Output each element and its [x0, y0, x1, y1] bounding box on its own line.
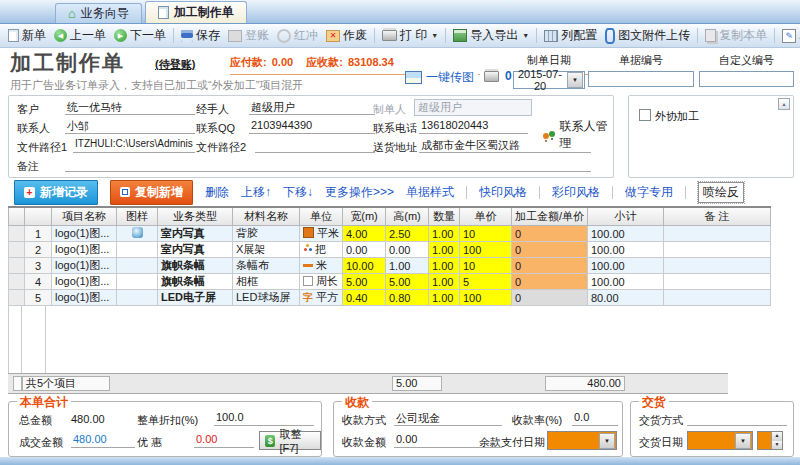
toolbar-void-button[interactable]: ✕作废 — [322, 25, 371, 46]
image-cell[interactable] — [117, 226, 158, 242]
business-type-cell[interactable]: 室内写真 — [158, 226, 233, 242]
col-header-item-name[interactable]: 项目名称 — [52, 207, 117, 226]
toolbar-paste-screenshot-button[interactable]: ✎粘贴截图 — [778, 25, 800, 46]
width-cell[interactable]: 5.00 — [343, 274, 386, 290]
width-cell[interactable]: 4.00 — [343, 226, 386, 242]
height-cell[interactable]: 5.00 — [386, 274, 429, 290]
tab-processing-order[interactable]: 加工制作单 — [145, 1, 247, 23]
grid-link-inkjet-reverse[interactable]: 喷绘反 — [698, 182, 744, 203]
col-header-subtotal[interactable]: 小计 — [588, 207, 664, 226]
make-date-combobox[interactable]: 2015-07-20 ▼ — [513, 71, 585, 89]
business-type-cell[interactable]: 旗帜条幅 — [158, 274, 233, 290]
col-header-remark[interactable]: 备 注 — [664, 207, 771, 226]
quantity-cell[interactable]: 1.00 — [429, 274, 460, 290]
row-selector-cell[interactable] — [9, 258, 25, 274]
price-cell[interactable]: 5 — [460, 274, 512, 290]
delivery-time-spinner[interactable]: ▲ ▼ — [757, 431, 783, 450]
toolbar-print-button[interactable]: 打 印▼ — [378, 25, 442, 46]
remark-cell[interactable] — [664, 258, 771, 274]
col-header-height-m[interactable]: 高(m) — [386, 207, 429, 226]
quantity-cell[interactable]: 1.00 — [429, 242, 460, 258]
tab-business-wizard[interactable]: ⌂ 业务向导 — [55, 3, 142, 23]
remark-cell[interactable] — [664, 226, 771, 242]
processing-fee-cell[interactable]: 0 — [512, 258, 588, 274]
delivery-date-combobox[interactable]: ▼ — [687, 431, 753, 450]
toolbar-next-arrow-button[interactable]: ▶下一单 — [110, 25, 170, 46]
spin-down-icon[interactable]: ▼ — [771, 441, 782, 450]
col-header-row-selector[interactable] — [9, 207, 25, 226]
col-header-quantity[interactable]: 数量 — [429, 207, 460, 226]
remark-cell[interactable] — [664, 274, 771, 290]
grid-link-move-up[interactable]: 上移↑ — [241, 184, 271, 201]
col-header-row-number[interactable] — [25, 207, 52, 226]
col-header-width-m[interactable]: 宽(m) — [343, 207, 386, 226]
delivery-address-field[interactable]: 成都市金牛区蜀汉路 — [419, 138, 591, 153]
table-row[interactable]: 1logo(1)图...室内写真背胶平米4.002.501.00100100.0… — [9, 226, 771, 242]
remark-cell[interactable] — [664, 290, 771, 306]
delivery-method-field[interactable] — [687, 411, 787, 426]
unit-cell[interactable]: 字平方 — [300, 290, 343, 306]
height-cell[interactable]: 0.80 — [386, 290, 429, 306]
handler-field[interactable]: 超级用户 — [249, 100, 375, 115]
toolbar-prev-arrow-button[interactable]: ◀上一单 — [50, 25, 110, 46]
table-row[interactable]: 2logo(1)图...室内写真X展架把0.000.001.001000100.… — [9, 242, 771, 258]
material-cell[interactable]: 背胶 — [233, 226, 300, 242]
spin-up-icon[interactable]: ▲ — [771, 432, 782, 441]
table-row[interactable]: 5logo(1)图...LED电子屏LED球场屏字平方0.400.801.001… — [9, 290, 771, 306]
phone-field[interactable]: 13618020443 — [419, 119, 528, 134]
qq-field[interactable]: 2103944390 — [249, 119, 375, 134]
processing-fee-cell[interactable]: 0 — [512, 274, 588, 290]
width-cell[interactable]: 0.00 — [343, 242, 386, 258]
material-cell[interactable]: X展架 — [233, 242, 300, 258]
payment-method-field[interactable]: 公司现金 — [394, 411, 502, 426]
col-header-image[interactable]: 图样 — [117, 207, 158, 226]
table-row[interactable]: 4logo(1)图...旗帜条幅相框周长5.005.001.0050100.00 — [9, 274, 771, 290]
chevron-down-icon[interactable]: ▼ — [599, 433, 615, 449]
height-cell[interactable]: 1.00 — [386, 258, 429, 274]
item-name-cell[interactable]: logo(1)图... — [52, 226, 117, 242]
row-selector-cell[interactable] — [9, 290, 25, 306]
panel-collapse-icon[interactable]: ▲ — [778, 98, 790, 110]
grid-link-more-actions[interactable]: 更多操作>>> — [325, 184, 394, 201]
unit-cell[interactable]: 把 — [300, 242, 343, 258]
toolbar-save-button[interactable]: 保存 — [177, 25, 224, 46]
grid-link-color-print-style[interactable]: 彩印风格 — [552, 184, 600, 201]
unit-cell[interactable]: 平米 — [300, 226, 343, 242]
outsourcing-checkbox[interactable] — [639, 109, 651, 121]
copy-add-button[interactable]: 复制新增 — [110, 180, 193, 205]
col-header-unit[interactable]: 单位 — [300, 207, 343, 226]
toolbar-attachment-button[interactable]: 图文附件上传 — [601, 25, 694, 46]
col-header-unit-price[interactable]: 单价 — [460, 207, 512, 226]
width-cell[interactable]: 0.40 — [343, 290, 386, 306]
quantity-cell[interactable]: 1.00 — [429, 290, 460, 306]
row-selector-cell[interactable] — [9, 274, 25, 290]
image-cell[interactable] — [117, 274, 158, 290]
customer-field[interactable]: 统一优马特 — [65, 100, 195, 115]
toolbar-column-config-button[interactable]: 列配置 — [540, 25, 601, 46]
row-selector-cell[interactable] — [9, 226, 25, 242]
file-path2-field[interactable] — [255, 138, 375, 153]
unit-cell[interactable]: 周长 — [300, 274, 343, 290]
business-type-cell[interactable]: LED电子屏 — [158, 290, 233, 306]
toolbar-import-export-button[interactable]: 导入导出▼ — [449, 25, 533, 46]
unit-cell[interactable]: 米 — [300, 258, 343, 274]
custom-no-input[interactable] — [699, 71, 794, 87]
contact-field[interactable]: 小邹 — [65, 119, 195, 134]
payment-rate-field[interactable]: 0.0 — [572, 411, 618, 426]
business-type-cell[interactable]: 室内写真 — [158, 242, 233, 258]
remark-field[interactable] — [65, 157, 591, 172]
grid-link-doc-style[interactable]: 单据样式 — [406, 184, 454, 201]
row-selector-cell[interactable] — [9, 242, 25, 258]
image-cell[interactable] — [117, 258, 158, 274]
add-record-button[interactable]: + 新增记录 — [14, 180, 98, 205]
processing-fee-cell[interactable]: 0 — [512, 242, 588, 258]
one-key-upload-link[interactable]: 一键传图 — [405, 69, 478, 86]
item-name-cell[interactable]: logo(1)图... — [52, 242, 117, 258]
deal-amount-field[interactable]: 480.00 — [71, 433, 135, 448]
price-cell[interactable]: 100 — [460, 290, 512, 306]
remark-cell[interactable] — [664, 242, 771, 258]
height-cell[interactable]: 2.50 — [386, 226, 429, 242]
item-name-cell[interactable]: logo(1)图... — [52, 274, 117, 290]
price-cell[interactable]: 100 — [460, 242, 512, 258]
processing-fee-cell[interactable]: 0 — [512, 290, 588, 306]
